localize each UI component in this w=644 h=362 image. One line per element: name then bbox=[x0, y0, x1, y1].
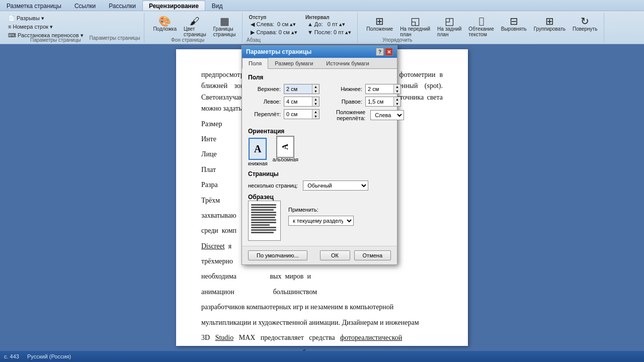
ribbon-indent-left[interactable]: ◀ Слева: 0 см ▴▾ bbox=[249, 21, 299, 28]
dialog-help-btn[interactable]: ? bbox=[376, 48, 384, 56]
right-spin-up[interactable]: ▲ bbox=[394, 97, 400, 102]
btn-background-label: Подложка bbox=[153, 26, 177, 32]
ribbon-breaks[interactable]: 📄 Разрывы ▾ bbox=[6, 15, 86, 22]
background-icon: 🎨 bbox=[158, 16, 171, 26]
portrait-label: книжная bbox=[248, 161, 268, 166]
btn-back[interactable]: ◰ На заднийплан bbox=[435, 15, 464, 39]
upper-spin-up[interactable]: ▲ bbox=[312, 84, 319, 89]
btn-page-color[interactable]: 🖌 Цветстраницы bbox=[181, 15, 209, 39]
upper-label: Верхнее: bbox=[248, 86, 281, 92]
gutter-spin-up[interactable]: ▲ bbox=[312, 110, 319, 114]
lower-spin-up[interactable]: ▲ bbox=[394, 84, 400, 89]
gutter-pos-select[interactable]: Слева Сверху bbox=[370, 110, 404, 120]
lower-input-group: ▲ ▼ bbox=[365, 84, 401, 94]
lower-label: Нижнее: bbox=[330, 86, 362, 92]
ribbon-spacing-before[interactable]: ▲ До: 0 пт ▴▾ bbox=[305, 21, 353, 28]
left-spin: ▲ ▼ bbox=[312, 97, 319, 106]
preview-line-1 bbox=[251, 204, 276, 206]
lower-input[interactable] bbox=[366, 84, 393, 94]
right-spin-down[interactable]: ▼ bbox=[394, 102, 400, 106]
pages-select[interactable]: Обычный Зеркальные поля bbox=[303, 180, 368, 191]
orientation-section: Ориентация А книжная А альбомная bbox=[248, 128, 391, 166]
gutter-input[interactable] bbox=[284, 110, 312, 119]
dialog-tabs: Поля Размер бумаги Источник бумаги bbox=[242, 58, 397, 69]
btn-rotate-label: Повернуть bbox=[573, 26, 597, 32]
btn-front[interactable]: ◱ На переднийплан bbox=[397, 15, 433, 39]
ribbon-spacing-after[interactable]: ▼ После: 0 пт ▴▾ bbox=[305, 29, 353, 36]
left-spin-up[interactable]: ▲ bbox=[312, 97, 319, 102]
dialog-tab-paper-source[interactable]: Источник бумаги bbox=[319, 58, 375, 68]
btn-align-label: Выровнять bbox=[501, 26, 527, 32]
btn-cancel[interactable]: Отмена bbox=[354, 250, 391, 260]
btn-page-borders[interactable]: ▦ Границыстраницы bbox=[211, 15, 238, 39]
ribbon: Разметка страницы Ссылки Рассылки Реценз… bbox=[0, 0, 644, 44]
btn-page-color-label: Цветстраницы bbox=[184, 26, 206, 37]
left-input-group: ▲ ▼ bbox=[284, 97, 319, 107]
btn-wrap-label: Обтеканиетекстом bbox=[468, 26, 494, 37]
preview-section: Образец bbox=[248, 194, 281, 241]
lower-spin: ▲ ▼ bbox=[393, 84, 400, 94]
btn-page-borders-label: Границыстраницы bbox=[213, 26, 236, 37]
landscape-btn[interactable]: А альбомная bbox=[273, 138, 298, 166]
btn-group-label: Группировать bbox=[534, 26, 566, 32]
group-label-params: Параметры страницы bbox=[30, 37, 81, 43]
tab-links[interactable]: Ссылки bbox=[68, 1, 102, 11]
btn-align[interactable]: ⊟ Выровнять bbox=[499, 15, 529, 33]
left-spin-down[interactable]: ▼ bbox=[312, 102, 319, 106]
statusbar-page: с. 443 bbox=[4, 353, 19, 359]
apply-label: Применить: bbox=[288, 207, 318, 213]
fields-section-label: Поля bbox=[248, 74, 391, 81]
tab-view[interactable]: Вид bbox=[205, 1, 229, 11]
preview-line-10 bbox=[251, 227, 276, 228]
btn-default[interactable]: По умолчанию... bbox=[248, 250, 307, 260]
btn-ok[interactable]: ОК bbox=[320, 250, 350, 260]
right-input[interactable] bbox=[366, 97, 393, 106]
form-row-upper: Верхнее: ▲ ▼ bbox=[248, 84, 319, 94]
tab-mail[interactable]: Рассылки bbox=[102, 1, 142, 11]
btn-rotate[interactable]: ↻ Повернуть bbox=[570, 15, 600, 33]
btn-group[interactable]: ⊞ Группировать bbox=[531, 15, 568, 33]
ribbon-tabs: Разметка страницы Ссылки Рассылки Реценз… bbox=[0, 0, 644, 11]
portrait-icon: А bbox=[249, 138, 267, 160]
pages-label: Страницы bbox=[248, 170, 391, 177]
tab-markup[interactable]: Разметка страницы bbox=[0, 1, 68, 11]
btn-position[interactable]: ⊞ Положение bbox=[364, 15, 395, 33]
group-label-paragraph: Абзац bbox=[247, 37, 261, 43]
right-input-group: ▲ ▼ bbox=[365, 97, 401, 107]
dialog-body: Поля Верхнее: ▲ ▼ Левое: bbox=[242, 69, 397, 246]
orientation-buttons: А книжная А альбомная bbox=[248, 138, 391, 166]
upper-input[interactable] bbox=[284, 84, 312, 94]
doc-para-studio: 3D Studio MAX предоставляет средства фот… bbox=[201, 332, 443, 343]
right-spin: ▲ ▼ bbox=[393, 97, 400, 106]
right-label: Правое: bbox=[330, 99, 362, 105]
dialog-title-text: Параметры страницы bbox=[246, 48, 311, 55]
apply-select[interactable]: к текущему разделу ко всему документу bbox=[288, 216, 354, 226]
landscape-icon: А bbox=[276, 136, 294, 158]
dialog-footer: По умолчанию... ОК Отмена bbox=[242, 246, 397, 264]
upper-input-group: ▲ ▼ bbox=[284, 84, 319, 94]
ribbon-content: 📄 Разрывы ▾ ≡ Номера строк ▾ ⌨ Расстанов… bbox=[0, 11, 644, 44]
dialog-tab-paper-size[interactable]: Размер бумаги bbox=[268, 58, 319, 68]
position-icon: ⊞ bbox=[375, 16, 384, 26]
doc-para-multi: мультипликации и художественной анимации… bbox=[201, 317, 443, 328]
upper-spin-down[interactable]: ▼ bbox=[312, 89, 319, 94]
tab-review[interactable]: Рецензирование bbox=[142, 1, 205, 11]
doc-para-devs: разработчиков компьютерных игр и незамен… bbox=[201, 302, 443, 313]
dialog-titlebar: Параметры страницы ? ✕ bbox=[242, 46, 397, 58]
ribbon-line-numbers[interactable]: ≡ Номера строк ▾ bbox=[6, 23, 86, 31]
btn-background[interactable]: 🎨 Подложка bbox=[150, 15, 179, 33]
lower-spin-down[interactable]: ▼ bbox=[394, 89, 400, 94]
preview-line-9 bbox=[251, 224, 270, 226]
gutter-spin-down[interactable]: ▼ bbox=[312, 114, 319, 119]
btn-position-label: Положение bbox=[366, 26, 393, 32]
dialog-close-btn[interactable]: ✕ bbox=[385, 48, 393, 56]
dialog-tab-fields[interactable]: Поля bbox=[242, 58, 268, 69]
portrait-btn[interactable]: А книжная bbox=[248, 138, 268, 166]
group-label-bg: Фон страницы bbox=[171, 37, 204, 43]
apply-section: Применить: к текущему разделу ко всему д… bbox=[288, 194, 354, 226]
pages-row: несколько страниц: Обычный Зеркальные по… bbox=[248, 180, 391, 191]
ribbon-indent-right[interactable]: ▶ Справа: 0 см ▴▾ bbox=[249, 29, 299, 36]
form-row-left: Левое: ▲ ▼ bbox=[248, 97, 319, 107]
btn-wrap[interactable]: ⌷ Обтеканиетекстом bbox=[466, 15, 496, 39]
left-input[interactable] bbox=[284, 97, 312, 106]
